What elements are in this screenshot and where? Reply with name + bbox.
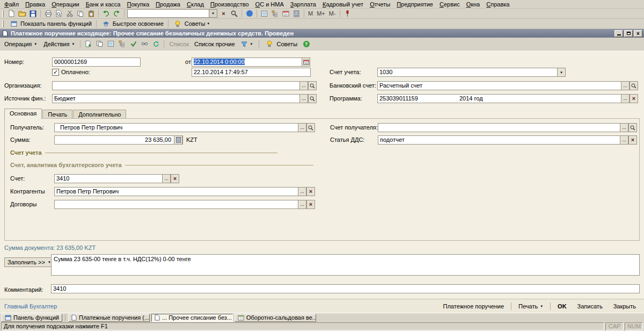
save-button[interactable]: Записать bbox=[574, 302, 606, 311]
menu-hr[interactable]: Кадровый учет bbox=[319, 1, 367, 8]
amount-field[interactable]: 23 635,00 bbox=[54, 135, 183, 145]
menu-windows[interactable]: Окна bbox=[463, 1, 484, 8]
find-icon[interactable] bbox=[229, 9, 239, 18]
menu-service[interactable]: Сервис bbox=[436, 1, 463, 8]
chevron-down-icon[interactable]: ▼ bbox=[209, 10, 217, 17]
amount-calculator-button[interactable] bbox=[174, 135, 182, 145]
bank-account-field[interactable]: Расчетный счет bbox=[377, 81, 621, 90]
print-preview-icon[interactable] bbox=[54, 9, 64, 18]
calculator-icon[interactable] bbox=[291, 9, 302, 18]
bank-account-select-button[interactable]: ... bbox=[621, 81, 630, 90]
cut-icon[interactable] bbox=[64, 9, 75, 18]
paid-date-field[interactable]: 22.10.2014 17:49:57 bbox=[192, 68, 311, 77]
copy-icon[interactable] bbox=[75, 9, 85, 18]
purpose-textarea[interactable]: Сумма 23 635-00 тенге в т.ч. НДС(12%) 0-… bbox=[51, 254, 640, 276]
menu-enterprise[interactable]: Предприятие bbox=[393, 1, 436, 8]
memory-recall-button[interactable]: M bbox=[306, 10, 314, 17]
info-icon[interactable]: i bbox=[244, 9, 254, 18]
actions-menu-button[interactable]: Действия▼ bbox=[41, 40, 77, 48]
function-panel-tab[interactable]: Панель функций bbox=[1, 314, 62, 322]
account2-field[interactable]: 3410 bbox=[54, 174, 163, 183]
menu-fixed-assets[interactable]: ОС и НМА bbox=[252, 1, 287, 8]
add-document-icon[interactable] bbox=[83, 39, 93, 48]
date-calendar-button[interactable] bbox=[302, 57, 310, 67]
close-button[interactable]: Закрыть bbox=[610, 302, 640, 311]
journal-icon[interactable] bbox=[259, 9, 269, 18]
menu-operations[interactable]: Операции bbox=[48, 1, 82, 8]
related-documents-icon[interactable] bbox=[140, 39, 150, 48]
restore-icon[interactable] bbox=[624, 30, 633, 37]
funding-select-button[interactable]: ... bbox=[299, 94, 308, 103]
toolbar-combo[interactable]: ▼ bbox=[127, 9, 217, 18]
undo-icon[interactable] bbox=[101, 9, 111, 18]
payee-account-open-button[interactable] bbox=[628, 123, 637, 132]
tab-print[interactable]: Печать bbox=[42, 110, 72, 119]
toolbar-grip[interactable] bbox=[2, 10, 4, 17]
show-function-panel-button[interactable]: Показать панель функций bbox=[6, 19, 94, 29]
program-field[interactable]: 253039011159 2014 год bbox=[377, 94, 621, 103]
payee-select-button[interactable]: ... bbox=[298, 123, 306, 132]
program-select-button[interactable]: ... bbox=[621, 94, 630, 103]
contractors-clear-button[interactable]: × bbox=[306, 187, 315, 196]
tab-main[interactable]: Основная bbox=[4, 109, 42, 119]
menu-help[interactable]: Справка bbox=[483, 1, 513, 8]
close-icon[interactable]: × bbox=[634, 30, 642, 37]
funding-open-button[interactable] bbox=[308, 94, 317, 103]
dds-field[interactable]: подотчет bbox=[378, 135, 620, 145]
contracts-select-button[interactable]: ... bbox=[298, 200, 306, 209]
menu-production[interactable]: Производство bbox=[207, 1, 252, 8]
tree-icon[interactable] bbox=[270, 9, 280, 18]
operation-menu-button[interactable]: Операция▼ bbox=[2, 40, 40, 48]
tab-additional[interactable]: Дополнительно bbox=[73, 110, 126, 119]
fill-button[interactable]: Заполнить >> ▼ bbox=[4, 257, 54, 267]
tips-button[interactable]: Советы ▼ bbox=[171, 19, 212, 29]
menu-reports[interactable]: Отчеты bbox=[367, 1, 393, 8]
redo-icon[interactable] bbox=[112, 9, 122, 18]
post-document-icon[interactable] bbox=[128, 39, 138, 48]
pin-icon[interactable] bbox=[342, 9, 353, 18]
payee-account-select-button[interactable]: ... bbox=[620, 123, 628, 132]
account-field[interactable]: 1030 bbox=[377, 68, 558, 77]
open-icon[interactable] bbox=[17, 9, 27, 18]
contracts-field[interactable] bbox=[54, 200, 298, 209]
help-icon[interactable]: ? bbox=[301, 39, 311, 48]
filter-dropdown-button[interactable]: ▼ bbox=[238, 38, 256, 49]
menu-edit[interactable]: Правка bbox=[22, 1, 48, 8]
menu-salary[interactable]: Зарплата bbox=[287, 1, 319, 8]
quick-start-button[interactable]: Быстрое освоение bbox=[99, 19, 166, 29]
program-clear-button[interactable]: × bbox=[630, 94, 638, 103]
organization-select-button[interactable]: ... bbox=[299, 81, 308, 90]
dds-select-button[interactable]: ... bbox=[620, 135, 628, 145]
print-menu-button[interactable]: Печать ▼ bbox=[515, 302, 547, 311]
menu-purchase[interactable]: Покупка bbox=[123, 1, 152, 8]
menu-bank-cash[interactable]: Банк и касса bbox=[83, 1, 124, 8]
funding-source-field[interactable]: Бюджет bbox=[52, 94, 300, 103]
minimize-icon[interactable] bbox=[614, 30, 623, 37]
menu-warehouse[interactable]: Склад bbox=[184, 1, 207, 8]
taskbar-window-payment-orders[interactable]: Платежные поручения (... bbox=[68, 314, 150, 322]
taskbar-window-trial-balance[interactable]: Оборотно-сальдовая ве... bbox=[235, 314, 316, 322]
calendar-icon[interactable] bbox=[281, 9, 291, 18]
toolbar-grip[interactable] bbox=[2, 20, 4, 27]
print-icon[interactable] bbox=[43, 9, 53, 18]
list-button[interactable]: Список bbox=[167, 40, 191, 48]
document-journal-icon[interactable] bbox=[106, 39, 116, 48]
payee-account-field[interactable] bbox=[378, 123, 620, 132]
organization-open-button[interactable] bbox=[308, 81, 317, 90]
ok-button[interactable]: OK bbox=[554, 302, 570, 311]
contractors-select-button[interactable]: ... bbox=[298, 187, 306, 196]
dds-clear-button[interactable]: × bbox=[628, 135, 637, 145]
payee-open-button[interactable] bbox=[306, 123, 315, 132]
list-other-button[interactable]: Список прочие bbox=[192, 40, 237, 48]
save-icon[interactable] bbox=[28, 9, 38, 18]
paste-icon[interactable] bbox=[86, 9, 96, 18]
comment-field[interactable]: 3410 bbox=[51, 284, 640, 293]
contractors-field[interactable]: Петров Петр Петрович bbox=[54, 187, 298, 196]
clear-find-icon[interactable]: × bbox=[218, 9, 229, 18]
menu-sale[interactable]: Продажа bbox=[152, 1, 184, 8]
organization-field[interactable] bbox=[52, 81, 300, 90]
doc-tips-button[interactable]: Советы bbox=[262, 38, 300, 49]
number-field[interactable]: 0000001269 bbox=[52, 57, 141, 67]
taskbar-window-current-document[interactable]: ... Прочее списание без... bbox=[151, 314, 233, 322]
menu-file[interactable]: Файл bbox=[1, 1, 22, 8]
